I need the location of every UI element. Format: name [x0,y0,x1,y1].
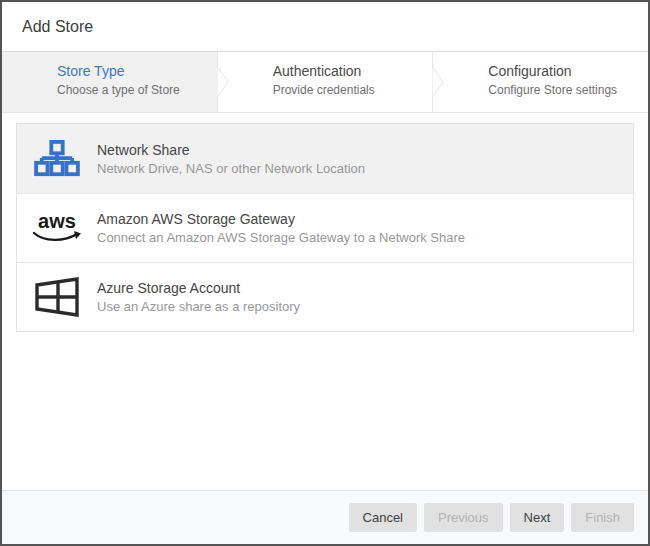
option-text: Azure Storage Account Use an Azure share… [97,280,300,314]
option-description: Network Drive, NAS or other Network Loca… [97,161,365,176]
step-title: Configuration [488,63,648,79]
option-title: Network Share [97,142,365,158]
step-configuration[interactable]: Configuration Configure Store settings [433,52,648,112]
step-store-type[interactable]: Store Type Choose a type of Store [2,52,218,112]
finish-button[interactable]: Finish [571,503,634,532]
wizard-steps: Store Type Choose a type of Store Authen… [2,52,648,113]
step-chevron-icon [432,65,444,99]
step-chevron-icon [217,65,229,99]
add-store-dialog: Add Store Store Type Choose a type of St… [0,0,650,546]
network-share-icon [17,140,97,178]
option-aws-storage-gateway[interactable]: aws Amazon AWS Storage Gateway Connect a… [17,193,633,262]
azure-windows-icon [17,276,97,318]
dialog-titlebar: Add Store [2,2,648,52]
option-text: Network Share Network Drive, NAS or othe… [97,142,365,176]
step-description: Provide credentials [273,83,433,97]
step-authentication[interactable]: Authentication Provide credentials [218,52,434,112]
dialog-footer: Cancel Previous Next Finish [2,490,648,544]
option-network-share[interactable]: Network Share Network Drive, NAS or othe… [17,124,633,193]
option-title: Amazon AWS Storage Gateway [97,211,465,227]
step-description: Configure Store settings [488,83,648,97]
cancel-button[interactable]: Cancel [349,503,417,532]
store-type-list: Network Share Network Drive, NAS or othe… [16,123,634,332]
aws-logo-icon: aws [17,213,97,243]
step-title: Authentication [273,63,433,79]
next-button[interactable]: Next [510,503,565,532]
option-title: Azure Storage Account [97,280,300,296]
option-text: Amazon AWS Storage Gateway Connect an Am… [97,211,465,245]
option-description: Connect an Amazon AWS Storage Gateway to… [97,230,465,245]
option-azure-storage-account[interactable]: Azure Storage Account Use an Azure share… [17,262,633,331]
aws-wordmark: aws [38,213,76,230]
dialog-title: Add Store [22,18,93,36]
previous-button[interactable]: Previous [424,503,503,532]
option-description: Use an Azure share as a repository [97,299,300,314]
step-description: Choose a type of Store [57,83,217,97]
dialog-content: Network Share Network Drive, NAS or othe… [2,113,648,490]
step-title: Store Type [57,63,217,79]
